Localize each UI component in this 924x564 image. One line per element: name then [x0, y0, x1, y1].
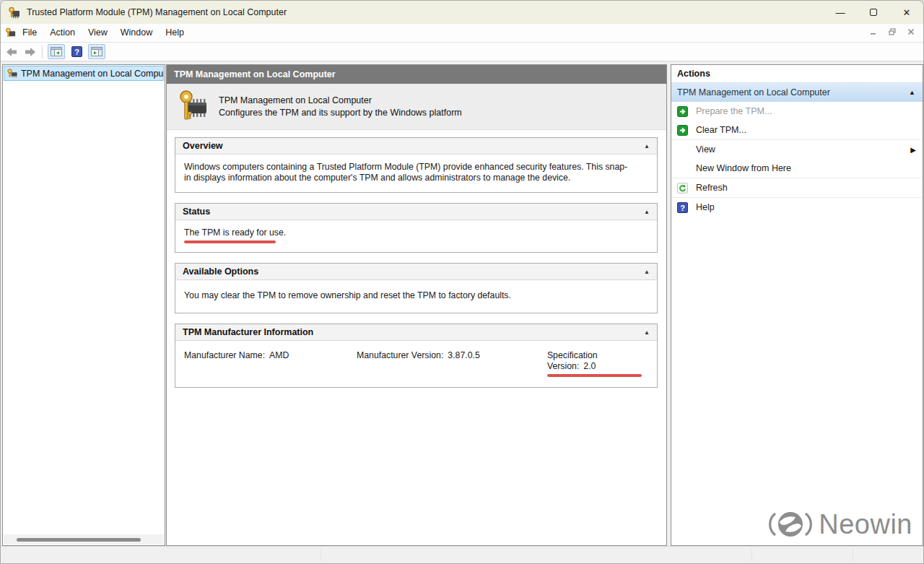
menu-file[interactable]: File	[16, 24, 43, 42]
menu-help[interactable]: Help	[159, 24, 191, 42]
manufacturer-name-value: AMD	[269, 350, 289, 360]
refresh-icon	[677, 183, 688, 194]
neowin-watermark: Neowin	[768, 508, 912, 541]
toolbar: ?	[1, 43, 923, 61]
actions-panel: Actions TPM Management on Local Computer…	[671, 64, 923, 546]
tpm-banner-icon	[178, 90, 209, 123]
svg-text:?: ?	[680, 203, 685, 212]
manufacturer-version-label: Manufacturer Version:	[357, 350, 443, 360]
action-help[interactable]: ? Help	[671, 198, 923, 217]
toolbar-separator	[42, 45, 43, 58]
collapse-arrow-icon[interactable]: ▲	[909, 89, 915, 96]
show-action-pane-button[interactable]	[88, 44, 105, 59]
collapse-arrow-icon[interactable]: ▲	[644, 209, 650, 215]
neowin-logo-icon	[768, 508, 813, 541]
options-text: You may clear the TPM to remove ownershi…	[175, 280, 657, 313]
section-title: TPM Manufacturer Information	[183, 327, 644, 337]
actions-header: Actions	[671, 65, 923, 83]
back-button[interactable]	[4, 45, 19, 59]
manufacturer-version-value: 3.87.0.5	[448, 350, 479, 360]
results-content: Overview ▲ Windows computers containing …	[167, 130, 666, 545]
workspace: TPM Management on Local Compu TPM Manage…	[1, 61, 923, 563]
submenu-arrow-icon: ▶	[910, 146, 916, 154]
results-header: TPM Management on Local Computer	[167, 65, 666, 84]
forward-button[interactable]	[22, 45, 38, 59]
maximize-icon	[870, 9, 877, 16]
show-console-tree-button[interactable]	[48, 44, 65, 59]
menu-view[interactable]: View	[82, 24, 114, 42]
action-view[interactable]: View ▶	[671, 140, 923, 159]
help-icon: ?	[677, 202, 688, 213]
svg-text:?: ?	[74, 48, 79, 56]
results-panel: TPM Management on Local Computer TPM Man…	[166, 64, 667, 546]
section-overview: Overview ▲ Windows computers containing …	[175, 137, 658, 193]
maximize-button[interactable]	[857, 1, 890, 24]
mmc-window: Trusted Platform Module (TPM) Management…	[0, 0, 924, 564]
collapse-arrow-icon[interactable]: ▲	[644, 269, 650, 275]
green-action-icon	[677, 125, 688, 136]
status-bar	[1, 546, 923, 563]
action-new-window[interactable]: New Window from Here	[671, 159, 923, 178]
statusbar-divider	[321, 549, 321, 561]
specification-version-value: 2.0	[583, 361, 596, 371]
section-status-header[interactable]: Status ▲	[175, 204, 657, 220]
green-action-icon	[677, 106, 688, 117]
minimize-button[interactable]: —	[824, 1, 857, 24]
scrollbar-thumb[interactable]	[17, 538, 141, 542]
child-restore-button[interactable]	[884, 25, 900, 38]
collapse-arrow-icon[interactable]: ▲	[644, 143, 650, 149]
banner-subtitle: Configures the TPM and its support by th…	[219, 107, 462, 119]
menu-bar: File Action View Window Help	[1, 24, 923, 43]
actions-group-title: TPM Management on Local Computer	[677, 87, 909, 97]
window-title: Trusted Platform Module (TPM) Management…	[27, 7, 287, 17]
menu-action[interactable]: Action	[43, 24, 82, 42]
section-title: Overview	[183, 141, 644, 151]
manufacturer-name-label: Manufacturer Name:	[184, 350, 265, 360]
banner-title: TPM Management on Local Computer	[219, 95, 462, 107]
tpm-app-icon-small	[5, 27, 16, 38]
section-manufacturer-info: TPM Manufacturer Information ▲ Manufactu…	[175, 324, 658, 388]
close-button[interactable]: ✕	[890, 1, 923, 24]
section-manufacturer-header[interactable]: TPM Manufacturer Information ▲	[175, 324, 657, 341]
tree-item-label: TPM Management on Local Compu	[21, 69, 163, 79]
snapin-banner: TPM Management on Local Computer Configu…	[167, 84, 666, 130]
action-clear-tpm[interactable]: Clear TPM...	[671, 121, 923, 139]
child-close-button[interactable]	[903, 25, 919, 38]
actions-group-header[interactable]: TPM Management on Local Computer ▲	[671, 83, 923, 102]
section-overview-header[interactable]: Overview ▲	[175, 138, 657, 155]
section-title: Status	[183, 207, 644, 217]
console-tree-panel: TPM Management on Local Compu	[2, 64, 165, 546]
neowin-logo-text: Neowin	[819, 509, 912, 540]
overview-text: Windows computers containing a Trusted P…	[175, 155, 637, 192]
toolbar-help-button[interactable]: ?	[68, 44, 85, 59]
statusbar-divider	[853, 549, 853, 561]
collapse-arrow-icon[interactable]: ▲	[644, 329, 650, 336]
statusbar-divider	[751, 549, 752, 561]
tpm-key-icon	[6, 68, 18, 79]
status-text: The TPM is ready for use.	[184, 227, 286, 238]
section-options-header[interactable]: Available Options ▲	[175, 264, 657, 280]
action-prepare-tpm: Prepare the TPM...	[671, 102, 923, 121]
menu-window[interactable]: Window	[114, 24, 159, 42]
console-tree-icon	[51, 47, 62, 56]
specification-annotation-underline	[547, 374, 642, 377]
title-bar: Trusted Platform Module (TPM) Management…	[1, 1, 923, 24]
tree-item-tpm-management[interactable]: TPM Management on Local Compu	[4, 66, 164, 81]
status-annotation-underline	[184, 240, 276, 243]
child-window-controls	[866, 25, 919, 38]
section-title: Available Options	[183, 266, 644, 277]
section-status: Status ▲ The TPM is ready for use.	[175, 203, 658, 253]
tree-horizontal-scrollbar[interactable]	[4, 534, 164, 545]
help-toolbar-icon: ?	[71, 46, 82, 57]
action-pane-icon	[91, 47, 103, 56]
action-refresh[interactable]: Refresh	[671, 178, 923, 197]
child-minimize-button[interactable]	[866, 25, 881, 38]
section-available-options: Available Options ▲ You may clear the TP…	[175, 263, 658, 313]
tpm-app-icon	[8, 6, 20, 19]
